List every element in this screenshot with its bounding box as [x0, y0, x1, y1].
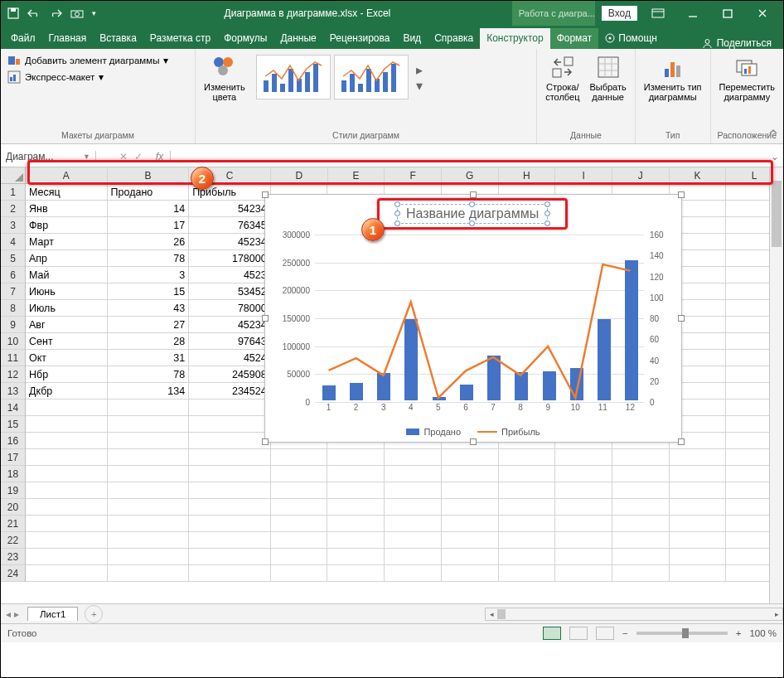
switch-row-column-button[interactable]: Строка/ столбец [542, 52, 583, 104]
tab-design[interactable]: Конструктор [480, 28, 549, 49]
cell[interactable] [26, 516, 108, 532]
column-header[interactable]: A [26, 167, 108, 183]
cell[interactable]: Июнь [26, 283, 108, 300]
cell[interactable]: 43 [108, 300, 190, 317]
tab-view[interactable]: Вид [396, 28, 428, 49]
row-headers[interactable]: 123456789101112131415161718192021222324 [1, 184, 26, 582]
cell[interactable]: 17 [108, 217, 190, 234]
cell[interactable] [555, 549, 612, 565]
row-header[interactable]: 24 [1, 565, 25, 582]
row-header[interactable]: 8 [1, 300, 25, 317]
cell[interactable] [442, 499, 499, 516]
cell[interactable] [108, 532, 190, 549]
cell[interactable] [271, 499, 328, 516]
chart-resize-handle[interactable] [262, 191, 269, 198]
cell[interactable] [670, 549, 727, 565]
cell[interactable] [327, 532, 385, 549]
cell[interactable]: 31 [108, 350, 190, 366]
title-handle[interactable] [544, 220, 550, 226]
column-header[interactable]: J [612, 167, 670, 183]
login-button[interactable]: Вход [602, 6, 637, 21]
worksheet-grid[interactable]: ABCDEFGHIJKL 123456789101112131415161718… [1, 167, 783, 603]
add-sheet-button[interactable]: + [85, 605, 103, 623]
cell[interactable]: 15 [108, 283, 190, 300]
cell[interactable] [26, 449, 108, 466]
cell[interactable] [108, 516, 190, 532]
fx-icon[interactable]: fx [149, 151, 171, 162]
cell[interactable] [271, 565, 328, 582]
cell[interactable] [271, 532, 328, 549]
cell[interactable]: Май [26, 267, 108, 283]
cell[interactable] [612, 466, 670, 482]
qat-dropdown-icon[interactable]: ▾ [92, 9, 96, 17]
collapse-ribbon-icon[interactable] [768, 125, 778, 140]
tab-format[interactable]: Формат [550, 28, 599, 49]
cell[interactable]: Продано [108, 184, 190, 201]
cell[interactable]: 234524 [189, 383, 271, 400]
cell[interactable] [612, 532, 670, 549]
cell[interactable] [612, 482, 670, 499]
tab-review[interactable]: Рецензирова [323, 28, 397, 49]
chart-resize-handle[interactable] [470, 438, 477, 445]
column-header[interactable]: I [555, 167, 612, 183]
cell[interactable] [327, 449, 385, 466]
horizontal-scrollbar[interactable]: ◂▸ [485, 608, 783, 621]
cell[interactable] [26, 482, 108, 499]
cell[interactable] [26, 433, 108, 449]
title-handle[interactable] [469, 201, 475, 207]
tab-help[interactable]: Справка [428, 28, 480, 49]
chart-line[interactable] [315, 235, 644, 400]
title-handle[interactable] [544, 211, 550, 216]
minimize-button[interactable] [679, 1, 707, 26]
cell[interactable]: 78000 [189, 300, 271, 317]
cell[interactable] [385, 499, 442, 516]
cell[interactable] [442, 516, 499, 532]
column-header[interactable]: H [499, 167, 556, 183]
expand-formula-icon[interactable]: ⌄ [767, 151, 783, 162]
cell[interactable] [108, 499, 190, 516]
row-header[interactable]: 5 [1, 250, 25, 267]
cell[interactable] [327, 565, 385, 582]
cell[interactable]: Янв [26, 201, 108, 217]
quick-layout-button[interactable]: Экспресс-макет ▾ [6, 69, 190, 85]
cell[interactable] [442, 532, 499, 549]
cell[interactable]: 78 [108, 250, 190, 267]
chart-title[interactable]: Название диаграммы [397, 204, 548, 224]
row-header[interactable]: 23 [1, 549, 25, 565]
cell[interactable] [108, 482, 190, 499]
tab-layout[interactable]: Разметка стр [143, 28, 217, 49]
cell[interactable] [670, 565, 727, 582]
zoom-in-button[interactable]: + [736, 628, 742, 638]
cell[interactable]: Апр [26, 250, 108, 267]
sheet-nav-prev-icon[interactable]: ◂ [6, 608, 11, 620]
cell[interactable] [499, 482, 556, 499]
cell[interactable]: Март [26, 234, 108, 250]
cell[interactable]: Окт [26, 350, 108, 366]
redo-icon[interactable] [49, 8, 62, 18]
cell[interactable] [271, 466, 328, 482]
chart-resize-handle[interactable] [678, 191, 685, 198]
column-header[interactable]: G [442, 167, 499, 183]
cell[interactable]: 178000 [189, 250, 271, 267]
cell[interactable]: 76345 [189, 217, 271, 234]
undo-icon[interactable] [27, 8, 41, 18]
zoom-slider[interactable] [636, 632, 728, 635]
cell[interactable] [26, 400, 108, 416]
cell[interactable] [670, 499, 727, 516]
row-header[interactable]: 20 [1, 499, 25, 516]
cell[interactable] [108, 400, 190, 416]
change-colors-button[interactable]: Изменить цвета [201, 52, 249, 104]
cell[interactable] [499, 466, 556, 482]
cell[interactable]: 45234 [189, 234, 271, 250]
cell[interactable] [555, 466, 612, 482]
cell[interactable] [612, 499, 670, 516]
camera-icon[interactable] [70, 8, 84, 18]
cell[interactable] [555, 449, 612, 466]
row-header[interactable]: 10 [1, 333, 25, 350]
cell[interactable] [26, 532, 108, 549]
name-box[interactable]: Диаграм...▼ [1, 151, 96, 162]
cell[interactable]: 78 [108, 366, 190, 383]
cell[interactable] [108, 565, 190, 582]
cell[interactable] [555, 499, 612, 516]
move-chart-button[interactable]: Переместить диаграмму [716, 52, 778, 104]
